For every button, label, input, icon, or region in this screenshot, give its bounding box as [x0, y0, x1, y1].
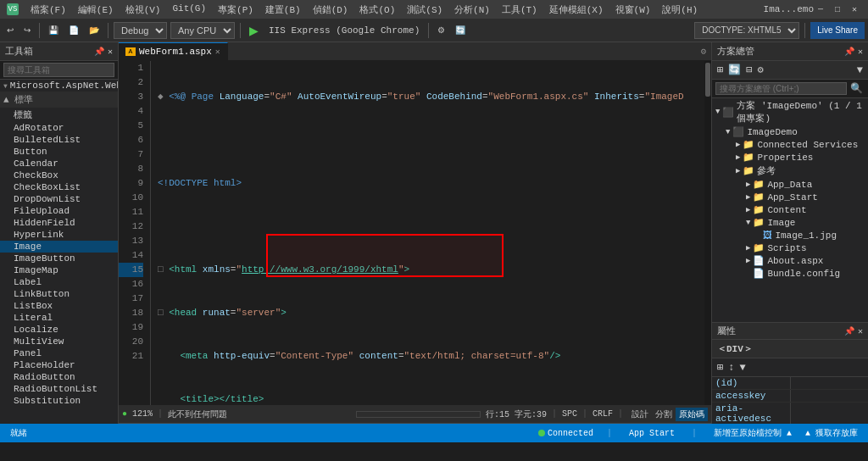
toolbox-item-image[interactable]: Image [0, 241, 118, 253]
sol-props-icon[interactable]: ⚙ [755, 63, 765, 77]
sol-collapse-icon[interactable]: ⊟ [744, 63, 754, 77]
menu-debug[interactable]: 偵錯(D) [308, 2, 353, 18]
prop-value-accesskey[interactable] [791, 390, 869, 402]
live-share-button[interactable]: Live Share [810, 22, 865, 39]
toolbox-item-placeholder[interactable]: PlaceHolder [0, 359, 118, 371]
toolbox-item-substitution[interactable]: Substitution [0, 395, 118, 407]
menu-view[interactable]: 檢視(V) [120, 2, 166, 18]
toolbox-item-hyperlink[interactable]: HyperLink [0, 229, 118, 241]
toolbox-item-literal[interactable]: Literal [0, 312, 118, 324]
toolbox-item-radiobutton[interactable]: RadioButton [0, 371, 118, 383]
toolbox-item-panel[interactable]: Panel [0, 347, 118, 359]
menu-analyze[interactable]: 分析(N) [449, 2, 495, 18]
sol-references[interactable]: ▶ 📁 參考 [712, 164, 868, 178]
sol-app-data[interactable]: ▶ 📁 App_Data [712, 178, 868, 191]
sol-connected-services[interactable]: ▶ 📁 Connected Services [712, 138, 868, 151]
toolbox-item-fileupload[interactable]: FileUpload [0, 205, 118, 217]
new-file-button[interactable]: 📄 [65, 24, 82, 36]
sol-content[interactable]: ▶ 📁 Content [712, 203, 868, 216]
toolbox-item-hiddenfield[interactable]: HiddenField [0, 217, 118, 229]
props-sort-icon[interactable]: ↕ [726, 361, 736, 375]
prop-value-id[interactable] [791, 377, 869, 389]
sol-bundle-config[interactable]: 📄 Bundle.config [712, 267, 868, 280]
source-view-button[interactable]: 原始碼 [676, 408, 708, 421]
maximize-button[interactable]: □ [831, 3, 844, 16]
menu-build[interactable]: 建置(B) [260, 2, 306, 18]
menu-project[interactable]: 專案(P) [213, 2, 259, 18]
sol-close-icon[interactable]: ✕ [858, 47, 863, 57]
cpu-select[interactable]: Any CPU [170, 22, 235, 39]
menu-tools[interactable]: 工具(T) [497, 2, 542, 18]
horizontal-scrollbar[interactable] [356, 411, 480, 418]
toolbox-item-linkbutton[interactable]: LinkButton [0, 288, 118, 300]
toolbox-item-label[interactable]: 標籤 [0, 108, 118, 122]
sol-scripts[interactable]: ▶ 📁 Scripts [712, 242, 868, 254]
scrollbar-thumb[interactable] [705, 63, 710, 97]
toolbox-item-imagebutton[interactable]: ImageButton [0, 253, 118, 264]
design-view-button[interactable]: 設計 [628, 408, 652, 421]
sol-refresh-icon[interactable]: 🔄 [726, 63, 743, 77]
toolbox-item-checkbox[interactable]: CheckBox [0, 169, 118, 181]
save-button[interactable]: 💾 [45, 24, 62, 36]
solution-root[interactable]: ▼ ⬛ 方案 'ImageDemo' (1 / 1 個專案) [712, 98, 868, 125]
toolbox-item-bulletedlist[interactable]: BulletedList [0, 134, 118, 146]
sol-about-aspx[interactable]: ▶ 📄 About.aspx [712, 254, 868, 267]
split-view-button[interactable]: 分割 [652, 408, 676, 421]
toolbox-item-checkboxlist[interactable]: CheckBoxList [0, 181, 118, 193]
close-button[interactable]: ✕ [848, 3, 861, 16]
redo-button[interactable]: ↪ [20, 24, 34, 36]
menu-extensions[interactable]: 延伸模組(X) [544, 2, 609, 18]
run-button[interactable]: ▶ [246, 22, 262, 39]
sol-filter-icon[interactable]: ▼ [855, 64, 865, 77]
menu-format[interactable]: 格式(O) [354, 2, 400, 18]
minimize-button[interactable]: ─ [814, 3, 827, 16]
status-ready[interactable]: 就緒 [7, 427, 31, 439]
toolbox-category-standard[interactable]: ▲ 標準 [0, 92, 118, 108]
solution-search-input[interactable] [715, 82, 847, 95]
sol-app-start[interactable]: ▶ 📁 App_Start [712, 191, 868, 203]
menu-window[interactable]: 視窗(W) [610, 2, 656, 18]
code-content[interactable]: ◆ <%@ Page Language="C#" AutoEventWireup… [151, 61, 704, 405]
attach-button[interactable]: ⚙ [434, 24, 448, 36]
toolbox-search-input[interactable] [3, 63, 114, 77]
search-icon[interactable]: 🔍 [849, 81, 865, 96]
toolbox-item-calendar[interactable]: Calendar [0, 158, 118, 169]
prop-value-aria-activedesc[interactable] [791, 403, 869, 424]
menu-edit[interactable]: 編輯(E) [73, 2, 119, 18]
sol-new-icon[interactable]: ⊞ [715, 63, 725, 77]
undo-button[interactable]: ↩ [3, 24, 17, 36]
toolbox-tree-root[interactable]: ▼ Microsoft.AspNet.Web... [0, 80, 118, 92]
toolbox-item-adrotator[interactable]: AdRotator [0, 122, 118, 134]
props-filter-icon[interactable]: ▼ [737, 361, 747, 375]
tab-close-icon[interactable]: ✕ [215, 47, 220, 57]
toolbox-item-radiobuttonlist[interactable]: RadioButtonList [0, 383, 118, 395]
refresh-button[interactable]: 🔄 [452, 24, 469, 36]
props-grid-icon[interactable]: ⊞ [715, 360, 725, 375]
debug-config-select[interactable]: Debug [114, 22, 167, 39]
sol-image1-jpg[interactable]: 🖼 Image_1.jpg [712, 229, 868, 242]
solution-explorer-toggle[interactable]: ⚙ [695, 44, 711, 58]
toolbox-item-imagemap[interactable]: ImageMap [0, 264, 118, 276]
menu-test[interactable]: 測試(S) [402, 2, 448, 18]
props-pin-icon[interactable]: 📌 [844, 326, 854, 336]
toolbox-item-label2[interactable]: Label [0, 276, 118, 288]
app-start-label[interactable]: App Start [626, 429, 678, 438]
project-root[interactable]: ▼ ⬛ ImageDemo [712, 125, 868, 138]
toolbox-item-dropdownlist[interactable]: DropDownList [0, 193, 118, 205]
vertical-scrollbar[interactable] [704, 61, 711, 405]
toolbox-item-button[interactable]: Button [0, 146, 118, 158]
toolbox-pin-icon[interactable]: 📌 [94, 47, 104, 57]
toolbox-close-icon[interactable]: ✕ [108, 47, 113, 57]
tab-webform1[interactable]: A WebForm1.aspx ✕ [119, 42, 228, 61]
props-close-icon[interactable]: ✕ [858, 326, 863, 336]
toolbox-item-multiview[interactable]: MultiView [0, 336, 118, 347]
menu-help[interactable]: 說明(H) [657, 2, 703, 18]
toolbox-item-localize[interactable]: Localize [0, 324, 118, 336]
add-to-source-control[interactable]: 新增至原始檔控制 ▲ [710, 427, 795, 439]
sol-pin-icon[interactable]: 📌 [844, 47, 854, 57]
menu-file[interactable]: 檔案(F) [25, 2, 71, 18]
toolbox-item-listbox[interactable]: ListBox [0, 300, 118, 312]
sol-image-folder[interactable]: ▼ 📁 Image [712, 216, 868, 229]
get-repository[interactable]: ▲ 獲取存放庫 [802, 427, 861, 439]
menu-git[interactable]: Git(G) [167, 2, 211, 18]
